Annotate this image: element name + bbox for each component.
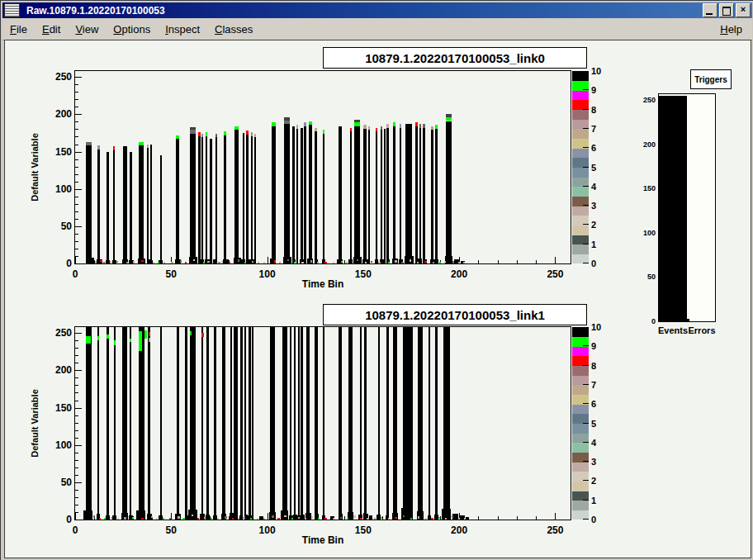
y-tick-label: 250 xyxy=(45,327,72,339)
menu-item-view[interactable]: View xyxy=(68,20,106,39)
y-tick xyxy=(75,445,82,446)
bar xyxy=(423,128,424,263)
pad0-title-box[interactable]: 10879.1.20220170100053_link0 xyxy=(323,47,587,69)
bar xyxy=(97,327,99,520)
speckle xyxy=(279,262,281,263)
bar xyxy=(244,327,246,520)
bar-cap xyxy=(246,131,248,135)
patch xyxy=(139,331,143,350)
triggers-y-tick xyxy=(659,145,664,145)
bar xyxy=(176,139,180,263)
speckle xyxy=(232,518,234,520)
menu-item-edit[interactable]: Edit xyxy=(35,20,68,39)
y-tick-label: 100 xyxy=(45,183,72,195)
speckle xyxy=(318,518,320,520)
bar xyxy=(384,129,386,263)
speckle xyxy=(156,518,158,520)
x-tick xyxy=(75,257,76,263)
speckle xyxy=(252,261,253,263)
z-tick-label: 0 xyxy=(591,515,604,524)
y-tick xyxy=(75,370,82,371)
bar xyxy=(251,136,253,263)
y-tick xyxy=(75,99,78,100)
menu-bar: FileEditViewOptionsInspectClassesHelp xyxy=(2,18,752,40)
bar xyxy=(114,327,116,520)
close-button[interactable]: × xyxy=(736,3,751,17)
bar xyxy=(97,149,100,263)
y-tick xyxy=(75,348,78,349)
bar xyxy=(378,327,380,520)
bar xyxy=(139,145,144,263)
speckle xyxy=(95,261,97,263)
patch xyxy=(149,332,150,336)
speckle xyxy=(132,517,134,519)
bar xyxy=(201,137,203,263)
bar-cap xyxy=(251,132,253,136)
pad0-y-axis-title: Default Variable xyxy=(30,71,40,263)
root-canvas[interactable]: 0501001502002500501001502002500123456789… xyxy=(4,40,751,558)
speckle xyxy=(141,518,143,520)
title-bar[interactable]: Raw.10879.1.20220170100053 × xyxy=(2,2,752,18)
speckle xyxy=(243,517,244,519)
bar xyxy=(354,126,360,263)
menu-item-options[interactable]: Options xyxy=(106,20,158,39)
triggers-y-tick xyxy=(659,250,661,251)
z-tick-label: 6 xyxy=(591,399,604,409)
speckle xyxy=(258,262,259,263)
speckle xyxy=(353,515,355,518)
y-tick xyxy=(75,363,78,363)
minimize-button[interactable] xyxy=(703,3,717,17)
menu-item-classes[interactable]: Classes xyxy=(207,20,260,39)
bar-cap xyxy=(201,134,203,138)
y-tick xyxy=(75,129,78,130)
bar-cap xyxy=(206,132,207,136)
triggers-y-tick xyxy=(659,171,661,172)
speckle xyxy=(365,262,367,263)
y-tick xyxy=(75,497,78,498)
y-tick xyxy=(75,377,78,378)
y-tick xyxy=(75,423,78,424)
bar xyxy=(386,128,388,263)
y-tick xyxy=(75,189,82,190)
bar xyxy=(376,131,377,263)
menu-item-file[interactable]: File xyxy=(2,20,35,39)
maximize-button[interactable] xyxy=(719,3,734,17)
speckle xyxy=(452,515,453,518)
x-tick xyxy=(517,260,518,263)
palette-bar-1[interactable] xyxy=(572,327,589,520)
palette-bar-0[interactable] xyxy=(572,71,589,263)
triggers-y-tick xyxy=(659,312,661,313)
speckle xyxy=(93,515,95,518)
z-tick-label: 9 xyxy=(591,341,604,351)
y-tick xyxy=(75,152,82,153)
bar xyxy=(130,327,131,520)
bar-cap xyxy=(350,128,352,132)
bar xyxy=(243,133,244,263)
menu-item-help[interactable]: Help xyxy=(710,20,752,39)
patch xyxy=(130,339,131,343)
y-tick xyxy=(75,92,78,93)
bar-cap xyxy=(381,126,382,131)
bar xyxy=(177,327,179,520)
triggers-title-box[interactable]: Triggers xyxy=(690,69,732,89)
bar xyxy=(234,327,238,520)
bar xyxy=(252,327,253,520)
speckle xyxy=(439,262,441,263)
bar-cap2 xyxy=(284,117,290,121)
speckle xyxy=(431,518,433,520)
triggers-y-tick xyxy=(659,277,664,278)
pad1-title-box[interactable]: 10879.1.20220170100053_link1 xyxy=(323,304,587,325)
window-menu-icon[interactable] xyxy=(4,3,20,17)
triggers-y-tick-label: 100 xyxy=(637,229,656,237)
speckle xyxy=(444,261,446,263)
speckle xyxy=(116,261,118,263)
speckle xyxy=(360,518,362,520)
bar xyxy=(309,125,311,263)
menu-item-inspect[interactable]: Inspect xyxy=(158,20,207,39)
speckle xyxy=(388,262,390,263)
y-tick-label: 250 xyxy=(45,71,72,83)
y-tick xyxy=(75,392,78,393)
y-tick xyxy=(75,475,78,476)
triggers-y-tick-label: 0 xyxy=(637,317,656,325)
bar-cap xyxy=(296,125,298,129)
